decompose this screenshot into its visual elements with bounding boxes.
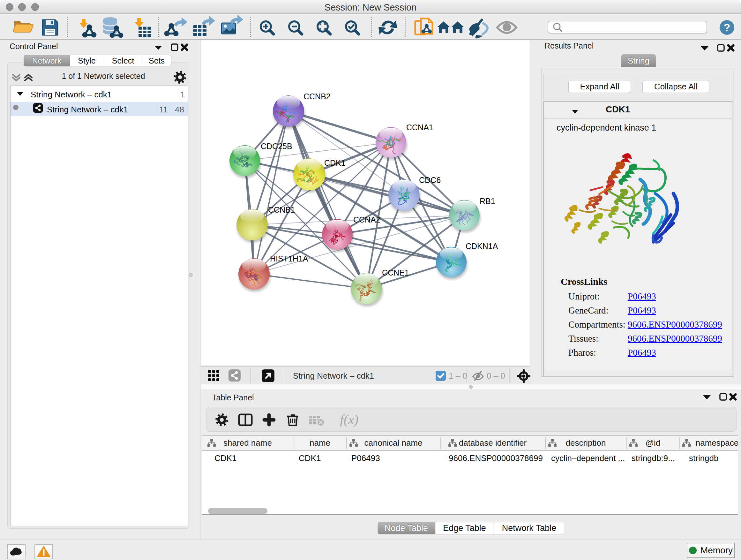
svg-text:f(x): f(x) <box>340 413 358 427</box>
svg-text:HIST1H1A: HIST1H1A <box>270 254 308 263</box>
svg-text:RB1: RB1 <box>480 197 495 206</box>
svg-text:CCNA2: CCNA2 <box>353 215 381 224</box>
svg-text:CCNA1: CCNA1 <box>406 123 433 132</box>
svg-text:CCNB1: CCNB1 <box>268 205 295 214</box>
svg-text:CDK1: CDK1 <box>324 159 346 167</box>
svg-text:CCNB2: CCNB2 <box>304 92 331 101</box>
svg-text:?: ? <box>724 21 731 34</box>
svg-text:CDKN1A: CDKN1A <box>466 242 498 251</box>
svg-text:CDC25B: CDC25B <box>261 142 292 151</box>
svg-text:CDC6: CDC6 <box>419 176 441 185</box>
svg-text:CCNE1: CCNE1 <box>382 268 409 277</box>
